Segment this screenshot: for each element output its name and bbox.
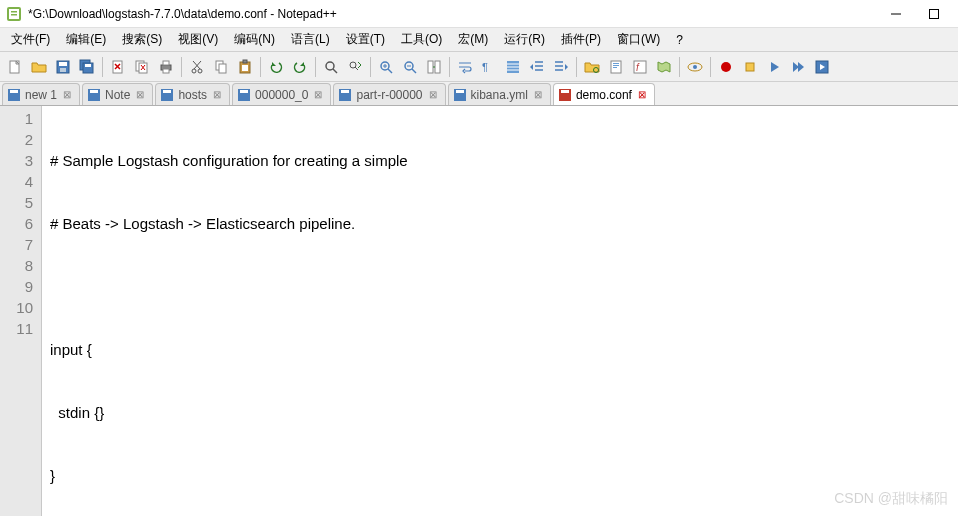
menu-bar: 文件(F) 编辑(E) 搜索(S) 视图(V) 编码(N) 语言(L) 设置(T… (0, 28, 958, 52)
line-number: 3 (0, 150, 33, 171)
menu-search[interactable]: 搜索(S) (115, 28, 169, 51)
tab-new-1[interactable]: new 1 ⊠ (2, 83, 80, 105)
tab-label: kibana.yml (471, 88, 528, 102)
sync-scroll-icon[interactable] (423, 56, 445, 78)
code-line: input { (50, 339, 958, 360)
tab-close-icon[interactable]: ⊠ (312, 89, 324, 101)
svg-rect-59 (613, 65, 619, 66)
menu-file[interactable]: 文件(F) (4, 28, 57, 51)
play-macro-icon[interactable] (763, 56, 785, 78)
save-all-icon[interactable] (76, 56, 98, 78)
menu-edit[interactable]: 编辑(E) (59, 28, 113, 51)
svg-line-33 (333, 69, 337, 73)
menu-help[interactable]: ? (669, 30, 690, 50)
tab-close-icon[interactable]: ⊠ (211, 89, 223, 101)
stop-macro-icon[interactable] (739, 56, 761, 78)
file-icon (87, 88, 101, 102)
line-number: 6 (0, 213, 33, 234)
window-title: *G:\Download\logstash-7.7.0\data\demo.co… (28, 7, 886, 21)
undo-icon[interactable] (265, 56, 287, 78)
svg-rect-31 (242, 65, 248, 71)
zoom-out-icon[interactable] (399, 56, 421, 78)
toolbar-separator (260, 57, 261, 77)
toolbar-separator (315, 57, 316, 77)
close-all-icon[interactable] (131, 56, 153, 78)
cut-icon[interactable] (186, 56, 208, 78)
tab-label: Note (105, 88, 130, 102)
tab-kibana[interactable]: kibana.yml ⊠ (448, 83, 551, 105)
code-area[interactable]: # Sample Logstash configuration for crea… (42, 106, 958, 516)
maximize-button[interactable] (924, 4, 944, 24)
wordwrap-icon[interactable] (454, 56, 476, 78)
line-number: 11 (0, 318, 33, 339)
toolbar-separator (181, 57, 182, 77)
code-line: # Sample Logstash configuration for crea… (50, 150, 958, 171)
print-icon[interactable] (155, 56, 177, 78)
new-file-icon[interactable] (4, 56, 26, 78)
open-file-icon[interactable] (28, 56, 50, 78)
tab-000000[interactable]: 000000_0 ⊠ (232, 83, 331, 105)
folder-view-icon[interactable] (581, 56, 603, 78)
menu-plugins[interactable]: 插件(P) (554, 28, 608, 51)
find-icon[interactable] (320, 56, 342, 78)
toolbar-separator (679, 57, 680, 77)
tab-hosts[interactable]: hosts ⊠ (155, 83, 230, 105)
svg-point-32 (326, 62, 334, 70)
menu-window[interactable]: 窗口(W) (610, 28, 667, 51)
replace-icon[interactable] (344, 56, 366, 78)
toolbar-separator (576, 57, 577, 77)
tab-close-icon[interactable]: ⊠ (134, 89, 146, 101)
paste-icon[interactable] (234, 56, 256, 78)
menu-macro[interactable]: 宏(M) (451, 28, 495, 51)
tab-label: part-r-00000 (356, 88, 422, 102)
app-icon (6, 6, 22, 22)
toolbar-separator (710, 57, 711, 77)
svg-rect-43 (428, 61, 433, 73)
close-icon[interactable] (107, 56, 129, 78)
redo-icon[interactable] (289, 56, 311, 78)
tab-close-icon[interactable]: ⊠ (61, 89, 73, 101)
record-macro-icon[interactable] (715, 56, 737, 78)
indent-guide-icon[interactable] (502, 56, 524, 78)
menu-tools[interactable]: 工具(O) (394, 28, 449, 51)
tab-close-icon[interactable]: ⊠ (636, 89, 648, 101)
line-number: 9 (0, 276, 33, 297)
line-number: 2 (0, 129, 33, 150)
line-number: 8 (0, 255, 33, 276)
all-chars-icon[interactable]: ¶ (478, 56, 500, 78)
indent-less-icon[interactable] (526, 56, 548, 78)
svg-rect-3 (11, 14, 17, 16)
map-view-icon[interactable] (653, 56, 675, 78)
save-macro-icon[interactable] (811, 56, 833, 78)
play-multi-icon[interactable] (787, 56, 809, 78)
line-number: 7 (0, 234, 33, 255)
tab-demo-conf[interactable]: demo.conf ⊠ (553, 83, 655, 105)
menu-settings[interactable]: 设置(T) (339, 28, 392, 51)
menu-view[interactable]: 视图(V) (171, 28, 225, 51)
menu-encoding[interactable]: 编码(N) (227, 28, 282, 51)
minimize-button[interactable] (886, 4, 906, 24)
svg-rect-12 (85, 64, 91, 67)
tab-note[interactable]: Note ⊠ (82, 83, 153, 105)
tab-part-r[interactable]: part-r-00000 ⊠ (333, 83, 445, 105)
copy-icon[interactable] (210, 56, 232, 78)
indent-more-icon[interactable] (550, 56, 572, 78)
menu-run[interactable]: 运行(R) (497, 28, 552, 51)
svg-rect-8 (59, 62, 67, 66)
svg-line-26 (193, 61, 200, 69)
svg-rect-44 (435, 61, 440, 73)
line-number: 10 (0, 297, 33, 318)
save-icon[interactable] (52, 56, 74, 78)
svg-rect-71 (90, 90, 98, 93)
zoom-in-icon[interactable] (375, 56, 397, 78)
code-line (50, 276, 958, 297)
tab-close-icon[interactable]: ⊠ (427, 89, 439, 101)
svg-rect-79 (456, 90, 464, 93)
svg-rect-5 (930, 9, 939, 18)
tab-close-icon[interactable]: ⊠ (532, 89, 544, 101)
monitor-icon[interactable] (684, 56, 706, 78)
func-list-icon[interactable]: f (629, 56, 651, 78)
file-icon (338, 88, 352, 102)
menu-language[interactable]: 语言(L) (284, 28, 337, 51)
doc-map-icon[interactable] (605, 56, 627, 78)
